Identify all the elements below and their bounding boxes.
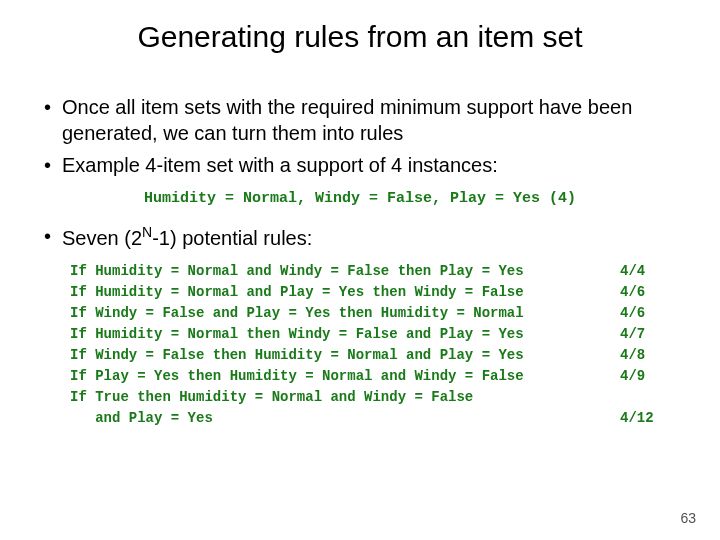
potential-rules-label: Seven (2N-1) potential rules:	[40, 223, 680, 251]
itemset-line: Humidity = Normal, Windy = False, Play =…	[40, 190, 680, 207]
label-pre: Seven (2	[62, 227, 142, 249]
bullet-list: Once all item sets with the required min…	[40, 94, 680, 178]
bullet-item: Once all item sets with the required min…	[40, 94, 680, 146]
potential-rules-heading: Seven (2N-1) potential rules:	[40, 223, 680, 251]
rules-block: If Humidity = Normal and Windy = False t…	[70, 261, 680, 429]
label-sup: N	[142, 224, 152, 240]
bullet-item: Example 4-item set with a support of 4 i…	[40, 152, 680, 178]
rules-ratio-column: 4/4 4/6 4/6 4/7 4/8 4/9 4/12	[620, 261, 680, 429]
slide-title: Generating rules from an item set	[40, 20, 680, 54]
page-number: 63	[680, 510, 696, 526]
label-post: -1) potential rules:	[152, 227, 312, 249]
rules-text-column: If Humidity = Normal and Windy = False t…	[70, 261, 620, 429]
